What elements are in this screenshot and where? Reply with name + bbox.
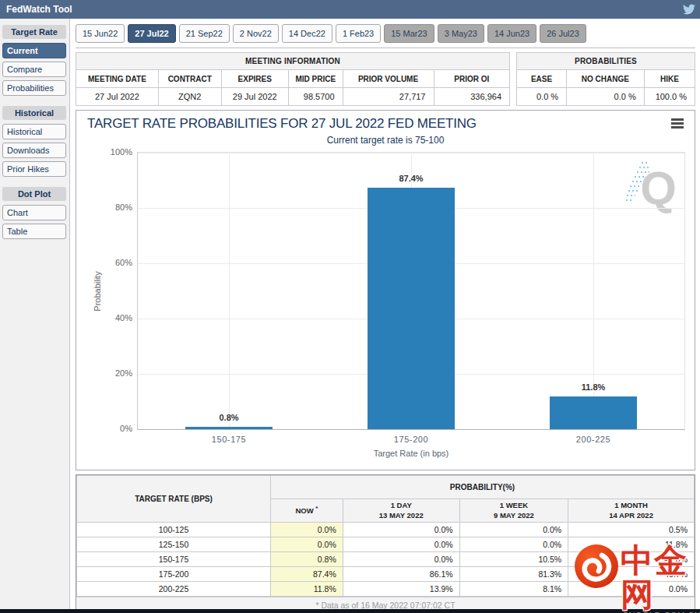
col-no-change: NO CHANGE [567, 70, 645, 88]
1-day-cell: 0.0% [343, 523, 459, 537]
bar-175-200[interactable] [368, 188, 455, 429]
col-prior-oi: PRIOR OI [434, 70, 510, 88]
sidebar-item-historical[interactable]: Historical [2, 124, 66, 139]
1-week-cell: 0.0% [459, 537, 568, 552]
sidebar: Target Rate Current Compare Probabilitie… [0, 19, 70, 609]
meeting-date-value: 27 Jul 2022 [76, 88, 159, 106]
sidebar-section-target-rate: Target Rate [2, 25, 66, 39]
now-cell: 0.0% [271, 537, 343, 552]
cngold-logo-icon [574, 544, 619, 592]
tab-15-jun22[interactable]: 15 Jun22 [76, 24, 125, 43]
1-day-cell: 13.9% [343, 582, 459, 597]
y-tick-label: 100% [111, 147, 132, 157]
rate-cell: 125-150 [77, 537, 271, 552]
y-axis-title: Probability [93, 271, 102, 311]
1-day-date: 13 MAY 2022 [343, 511, 459, 520]
col-ease: EASE [517, 70, 567, 88]
hike-value: 100.0 % [644, 88, 695, 106]
sidebar-section-dot-plot: Dot Plot [2, 187, 66, 201]
1-day-cell: 0.0% [343, 537, 459, 552]
probabilities-table: PROBABILITIES EASE NO CHANGE HIKE 0.0 % … [516, 52, 695, 106]
tab-1-feb23[interactable]: 1 Feb23 [336, 24, 381, 43]
cngold-brand: 中金网 [621, 544, 700, 612]
1-week-cell: 81.3% [459, 567, 568, 582]
1-week-cell: 10.5% [459, 552, 568, 567]
now-label: NOW [295, 506, 313, 515]
y-tick-label: 40% [115, 313, 132, 322]
1-week-cell: 8.1% [459, 582, 568, 597]
x-axis-title: Target Rate (in bps) [138, 449, 684, 458]
tab-3-may23[interactable]: 3 May23 [438, 24, 484, 43]
now-cell: 11.8% [271, 582, 343, 597]
tab-14-dec22[interactable]: 14 Dec22 [282, 24, 332, 43]
bar-value-label: 11.8% [582, 382, 606, 392]
quikstrike-watermark-icon: Q [626, 160, 677, 209]
rate-cell: 175-200 [77, 567, 271, 582]
sidebar-item-compare[interactable]: Compare [2, 62, 66, 77]
sidebar-item-current[interactable]: Current [2, 43, 66, 58]
sidebar-item-downloads[interactable]: Downloads [2, 143, 66, 158]
y-tick-label: 80% [115, 203, 132, 212]
meeting-tabs: 15 Jun22 27 Jul22 21 Sep22 2 Nov22 14 De… [76, 19, 695, 48]
gridline [229, 153, 230, 429]
expires-value: 29 Jul 2022 [221, 88, 288, 106]
now-cell: 0.8% [271, 552, 343, 567]
chart-panel: TARGET RATE PROBABILITIES FOR 27 JUL 202… [76, 110, 695, 470]
now-cell: 87.4% [271, 567, 343, 582]
col-expires: EXPIRES [221, 70, 288, 88]
fedwatch-app: FedWatch Tool Target Rate Current Compar… [0, 0, 700, 613]
sidebar-item-table[interactable]: Table [2, 224, 66, 239]
1-month-label: 1 MONTH [568, 501, 694, 510]
col-prior-volume: PRIOR VOLUME [343, 70, 434, 88]
x-tick-label: 150-175 [212, 435, 247, 444]
1-week-label: 1 WEEK [460, 501, 568, 510]
probabilities-title: PROBABILITIES [517, 53, 695, 70]
col-contract: CONTRACT [158, 70, 221, 88]
now-note: * [315, 505, 318, 512]
chart-menu-icon[interactable] [671, 118, 684, 130]
col-1-week: 1 WEEK9 MAY 2022 [459, 499, 568, 523]
1-week-date: 9 MAY 2022 [460, 511, 568, 520]
col-mid-price: MID PRICE [288, 70, 343, 88]
mid-price-value: 98.5700 [288, 88, 343, 106]
col-hike: HIKE [644, 70, 695, 88]
q-letter: Q [640, 168, 677, 209]
sidebar-item-prior-hikes[interactable]: Prior Hikes [2, 161, 66, 177]
bar-200-225[interactable] [550, 396, 637, 429]
tab-15-mar23[interactable]: 15 Mar23 [384, 24, 434, 43]
sidebar-item-probabilities[interactable]: Probabilities [2, 80, 66, 96]
twitter-icon[interactable] [683, 3, 695, 16]
x-tick-label: 175-200 [394, 435, 429, 444]
tab-14-jun23[interactable]: 14 Jun23 [487, 24, 536, 43]
1-week-cell: 0.0% [459, 523, 568, 537]
y-tick-label: 60% [115, 258, 132, 267]
contract-value: ZQN2 [158, 88, 221, 106]
now-cell: 0.0% [271, 523, 343, 537]
cngold-watermark: 中金网 CNGOLD.COM.CN 中 文 财 经 新 媒 体 [574, 544, 700, 613]
tab-27-jul22[interactable]: 27 Jul22 [128, 24, 175, 43]
main-content: 15 Jun22 27 Jul22 21 Sep22 2 Nov22 14 De… [70, 19, 700, 609]
y-tick-label: 20% [115, 368, 132, 378]
1-month-date: 14 APR 2022 [568, 511, 694, 520]
prior-oi-value: 336,964 [434, 88, 510, 106]
table-row: 100-125 0.0% 0.0% 0.0% 0.5% [77, 523, 695, 537]
meeting-info-table: MEETING INFORMATION MEETING DATE CONTRAC… [76, 52, 510, 106]
1-day-cell: 0.0% [343, 552, 459, 567]
chart-plot-area: Q Target Rate (in bps) Probability 0%20%… [137, 152, 685, 430]
y-tick-label: 0% [120, 424, 132, 433]
bar-150-175[interactable] [185, 427, 273, 429]
col-now: NOW * [271, 499, 343, 523]
col-meeting-date: MEETING DATE [76, 70, 159, 88]
rate-cell: 150-175 [77, 552, 271, 567]
col-1-month: 1 MONTH14 APR 2022 [568, 499, 695, 523]
sidebar-item-chart[interactable]: Chart [2, 205, 66, 220]
tab-26-jul23[interactable]: 26 Jul23 [540, 24, 586, 43]
chart-title: TARGET RATE PROBABILITIES FOR 27 JUL 202… [87, 116, 477, 132]
chart-subtitle: Current target rate is 75-100 [76, 135, 695, 146]
rate-cell: 100-125 [77, 523, 271, 537]
rate-table-group-header: PROBABILITY(%) [271, 476, 695, 499]
tab-21-sep22[interactable]: 21 Sep22 [179, 24, 230, 43]
tab-2-nov22[interactable]: 2 Nov22 [233, 24, 279, 43]
sidebar-section-historical: Historical [2, 106, 66, 120]
app-header: FedWatch Tool [0, 0, 700, 19]
